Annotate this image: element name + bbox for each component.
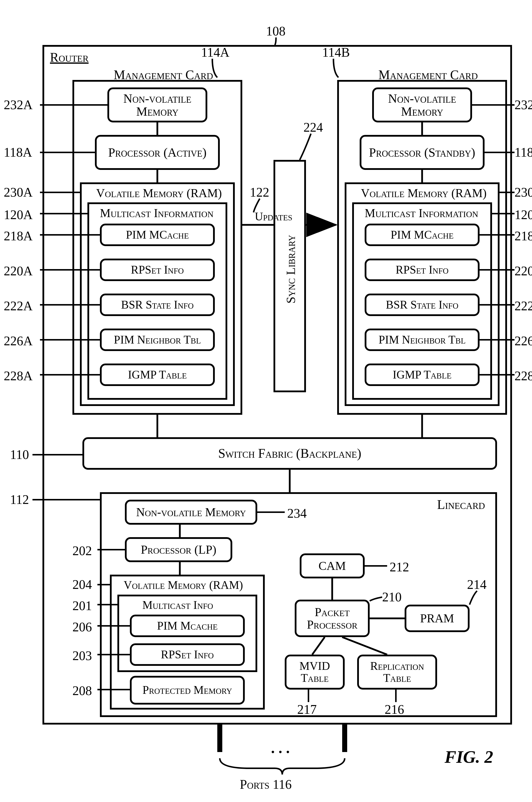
ref-108: 108 [266, 24, 285, 38]
lc-pim-mcache: PIM Mcache [130, 615, 245, 637]
ref-122: 122 [250, 185, 269, 200]
lc-cam-label: CAM [319, 560, 346, 572]
lc-rpset: RPSet Info [130, 644, 245, 666]
lc-protmem: Protected Memory [130, 676, 245, 705]
mgmt-card-b-title: Management Card [378, 68, 478, 82]
lc-rpset-label: RPSet Info [161, 649, 214, 660]
ref-228b: 228B [514, 369, 532, 383]
mcb-proc-label: Processor (Standby) [369, 146, 475, 159]
ref-120b: 120B [514, 207, 532, 222]
lc-proc: Processor (LP) [125, 537, 232, 562]
mca-pim-nbr-label: PIM Neighbor Tbl [114, 334, 201, 346]
lc-repl: Replication Table [357, 655, 437, 690]
ref-224: 224 [303, 120, 323, 135]
mca-nvmem-label: Non-volatile Memory [109, 92, 206, 118]
ref-208: 208 [72, 683, 92, 698]
mca-pim-mcache-label: PIM MCache [126, 229, 189, 241]
switch-fabric: Switch Fabric (Backplane) [82, 437, 497, 470]
ref-118a: 118A [4, 145, 32, 160]
lc-proc-label: Processor (LP) [141, 543, 216, 556]
switch-fabric-label: Switch Fabric (Backplane) [218, 447, 361, 461]
mcb-bsr: BSR State Info [365, 294, 479, 316]
mcb-pim-mcache: PIM MCache [365, 224, 479, 246]
ref-114a: 114A [201, 45, 230, 60]
ref-232a: 232A [4, 97, 33, 112]
mca-proc: Processor (Active) [95, 135, 220, 170]
mgmt-card-a-title: Management Card [114, 68, 213, 82]
mcb-igmp: IGMP Table [365, 363, 479, 386]
lc-protmem-label: Protected Memory [142, 684, 232, 696]
dots: . . . [271, 740, 290, 757]
ref-216: 216 [385, 702, 404, 717]
mca-pim-nbr: PIM Neighbor Tbl [100, 329, 215, 351]
ref-112: 112 [10, 492, 29, 507]
ref-222b: 222B [514, 299, 532, 313]
sync-library-label: Sync Library [284, 235, 298, 303]
mca-vmem-title: Volatile Memory (RAM) [96, 186, 222, 200]
ref-217: 217 [297, 702, 317, 717]
mca-mcast-title: Multicast Information [100, 206, 213, 220]
mcb-nvmem-label: Non-volatile Memory [374, 92, 470, 118]
lc-pram: PRAM [405, 604, 470, 632]
lc-repl-label: Replication Table [359, 660, 435, 684]
lc-mvid: MVID Table [285, 655, 345, 690]
mca-igmp-label: IGMP Table [128, 369, 187, 381]
lc-cam: CAM [300, 554, 365, 578]
lc-nvmem: Non-volatile Memory [125, 500, 257, 525]
ref-220b: 220B [514, 264, 532, 278]
updates-label: Updates [255, 210, 292, 223]
ref-214: 214 [467, 577, 487, 592]
mcb-rpset: RPSet Info [365, 259, 479, 281]
ref-230b: 230B [514, 185, 532, 200]
mca-bsr: BSR State Info [100, 294, 215, 316]
ref-220a: 220A [4, 264, 33, 278]
ref-110: 110 [10, 447, 29, 462]
mca-pim-mcache: PIM MCache [100, 224, 215, 246]
lc-pktproc-label: Packet Processor [297, 606, 368, 631]
linecard-title: Linecard [437, 497, 485, 512]
ref-201: 201 [72, 598, 92, 613]
mca-proc-label: Processor (Active) [108, 146, 207, 159]
mcb-mcast-title: Multicast Information [365, 206, 478, 220]
lc-nvmem-label: Non-volatile Memory [136, 506, 246, 518]
ref-210: 210 [382, 590, 402, 604]
ref-120a: 120A [4, 207, 33, 222]
ref-114b: 114B [322, 45, 350, 60]
ref-218a: 218A [4, 229, 33, 243]
ref-202: 202 [72, 543, 92, 558]
ref-203: 203 [72, 648, 92, 663]
mcb-bsr-label: BSR State Info [386, 299, 459, 311]
ref-212: 212 [390, 560, 409, 574]
mca-bsr-label: BSR State Info [121, 299, 194, 311]
mcb-vmem-title: Volatile Memory (RAM) [361, 186, 487, 200]
ref-226a: 226A [4, 334, 33, 348]
router-title: Router [50, 50, 89, 65]
mcb-pim-mcache-label: PIM MCache [391, 229, 454, 241]
mca-rpset: RPSet Info [100, 259, 215, 281]
lc-mcast-title: Multicast Info [142, 598, 213, 612]
mcb-nvmem: Non-volatile Memory [372, 88, 472, 123]
ports-label: Ports 116 [240, 777, 292, 792]
ref-232b: 232B [514, 97, 532, 112]
ref-218b: 218B [514, 229, 532, 243]
fig-caption: FIG. 2 [444, 747, 493, 767]
lc-pim-mcache-label: PIM Mcache [157, 620, 218, 632]
ref-234: 234 [287, 506, 307, 521]
ref-226b: 226B [514, 334, 532, 348]
mcb-proc: Processor (Standby) [360, 135, 484, 170]
mcb-igmp-label: IGMP Table [393, 369, 452, 381]
lc-pktproc: Packet Processor [295, 600, 370, 637]
mca-nvmem: Non-volatile Memory [108, 88, 207, 123]
ref-230a: 230A [4, 185, 33, 200]
mca-igmp: IGMP Table [100, 363, 215, 386]
ref-222a: 222A [4, 299, 33, 313]
page: Router Management Card Non-volatile Memo… [0, 0, 532, 802]
ref-118b: 118B [514, 145, 532, 160]
mcb-pim-nbr-label: PIM Neighbor Tbl [379, 334, 466, 346]
lc-vmem-title: Volatile Memory (RAM) [124, 578, 243, 592]
mcb-pim-nbr: PIM Neighbor Tbl [365, 329, 479, 351]
lc-mvid-label: MVID Table [286, 660, 343, 684]
ref-204: 204 [72, 577, 92, 592]
mca-rpset-label: RPSet Info [131, 264, 184, 276]
ref-206: 206 [72, 620, 92, 634]
